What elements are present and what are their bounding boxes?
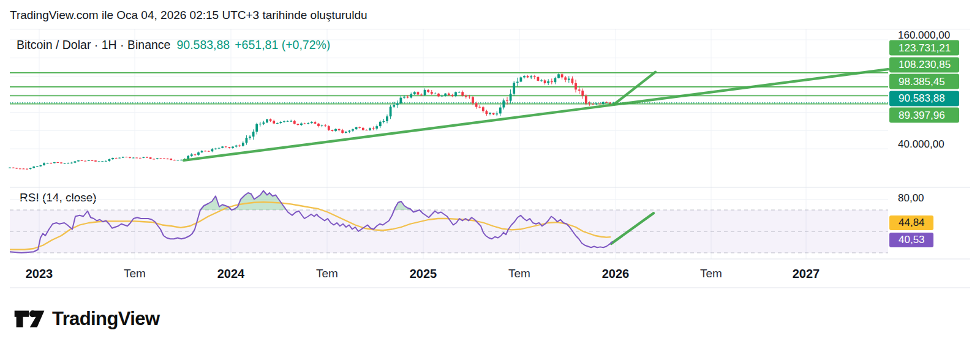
time-axis-label: 2027 xyxy=(793,267,820,281)
chart-canvas[interactable] xyxy=(0,0,980,352)
time-axis[interactable]: 2023Tem2024Tem2025Tem2026Tem2027 xyxy=(0,259,980,288)
time-axis-label: 2024 xyxy=(217,267,245,281)
tradingview-logo-icon xyxy=(13,308,45,330)
time-axis-label: 2023 xyxy=(26,267,53,281)
trendline[interactable] xyxy=(184,69,888,160)
time-axis-label: Tem xyxy=(508,267,530,280)
tradingview-snapshot: { "attribution": "TradingView.com ile Oc… xyxy=(0,0,980,352)
time-axis-label: 2026 xyxy=(602,267,630,281)
tradingview-logo[interactable]: TradingView xyxy=(13,308,159,330)
time-axis-label: Tem xyxy=(316,267,338,280)
time-axis-label: Tem xyxy=(124,267,146,280)
time-axis-label: Tem xyxy=(700,267,722,280)
time-axis-label: 2025 xyxy=(410,267,437,281)
tradingview-logo-text: TradingView xyxy=(52,308,159,330)
